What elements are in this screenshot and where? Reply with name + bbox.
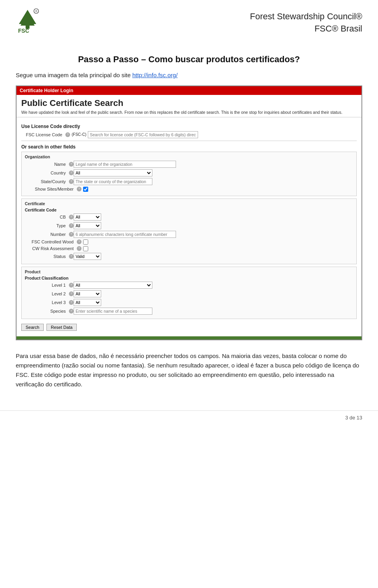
license-tooltip-icon: ? — [65, 132, 70, 137]
level3-label: Level 3 — [25, 300, 68, 305]
main-content: Passo a Passo – Como buscar produtos cer… — [0, 43, 378, 403]
page-info: 3 de 13 — [345, 415, 362, 421]
header-title: Forest Stewardship Council® FSC® Brasil — [250, 11, 362, 35]
name-input[interactable] — [74, 161, 176, 168]
cw-risk-row: CW Risk Assessment ? — [25, 246, 353, 251]
type-tooltip-icon: ? — [69, 223, 74, 228]
use-license-title: Use License Code directly — [21, 124, 357, 129]
page-header: ® FSC Forest Stewardship Council® FSC® B… — [0, 0, 378, 43]
screenshot-box: Certificate Holder Login Public Certific… — [16, 85, 362, 340]
species-row: Species ? — [25, 308, 353, 315]
level1-tooltip-icon: ? — [69, 283, 74, 288]
species-input[interactable] — [74, 308, 152, 315]
pub-cert-desc: We have updated the look and feel of the… — [21, 109, 357, 115]
level3-row: Level 3 ? All — [25, 299, 353, 306]
fsc-c-label: (FSC-C) — [72, 132, 86, 137]
type-row: Type ? All — [25, 222, 353, 229]
license-label: FSC License Code — [21, 132, 65, 137]
fsc-controlled-checkbox[interactable] — [83, 239, 88, 245]
state-label: State/County — [25, 179, 68, 184]
reset-button[interactable]: Reset Data — [46, 324, 77, 331]
svg-text:®: ® — [35, 10, 37, 13]
cb-tooltip-icon: ? — [69, 215, 74, 219]
product-class-label: Product Classification — [25, 276, 353, 280]
license-input[interactable] — [88, 131, 198, 138]
level2-label: Level 2 — [25, 291, 68, 296]
fsc-controlled-row: FSC Controlled Wood ? — [25, 239, 353, 245]
state-input[interactable] — [74, 178, 152, 185]
license-code-row: FSC License Code ? (FSC-C) — [21, 131, 357, 138]
status-select[interactable]: Valid — [74, 253, 101, 260]
number-label: Number — [25, 232, 68, 237]
status-label: Status — [25, 254, 68, 259]
green-bar — [17, 336, 361, 339]
level1-row: Level 1 ? All — [25, 282, 353, 289]
cert-login-bar[interactable]: Certificate Holder Login — [17, 86, 361, 95]
level1-label: Level 1 — [25, 283, 68, 288]
cert-code-label: Certificate Code — [25, 208, 353, 212]
button-row: Search Reset Data — [21, 322, 357, 332]
fsc-controlled-tooltip-icon: ? — [77, 239, 82, 244]
intro-text: Segue uma imagem da tela principal do si… — [16, 72, 362, 78]
body-paragraph-1: Para usar essa base de dados, não é nece… — [16, 351, 362, 389]
pub-cert-title: Public Certificate Search — [21, 98, 357, 108]
state-row: State/County ? — [25, 178, 353, 185]
state-tooltip-icon: ? — [69, 179, 74, 184]
product-label: Product — [25, 269, 353, 274]
svg-text:FSC: FSC — [18, 28, 29, 34]
level2-select[interactable]: All — [74, 290, 101, 297]
species-tooltip-icon: ? — [69, 309, 74, 313]
country-label: Country — [25, 171, 68, 175]
level2-row: Level 2 ? All — [25, 290, 353, 297]
level1-select[interactable]: All — [74, 282, 152, 289]
show-sites-tooltip-icon: ? — [77, 187, 82, 191]
status-row: Status ? Valid — [25, 253, 353, 260]
type-label: Type — [25, 223, 68, 228]
cw-risk-tooltip-icon: ? — [77, 246, 82, 251]
species-label: Species — [25, 309, 68, 313]
divider1 — [21, 141, 357, 141]
number-row: Number ? — [25, 231, 353, 238]
name-tooltip-icon: ? — [69, 162, 74, 167]
org-label: Organization — [25, 154, 353, 159]
country-tooltip-icon: ? — [69, 171, 74, 175]
pub-cert-header: Public Certificate Search We have update… — [17, 95, 361, 117]
level3-select[interactable]: All — [74, 299, 101, 306]
intro-link[interactable]: http://info.fsc.org/ — [132, 72, 178, 78]
cb-label: CB — [25, 215, 68, 219]
cb-select[interactable]: All — [74, 213, 101, 221]
cert-label: Certificate — [25, 201, 353, 206]
cb-row: CB ? All — [25, 213, 353, 221]
page-title: Passo a Passo – Como buscar produtos cer… — [16, 54, 362, 65]
number-input[interactable] — [74, 231, 176, 238]
product-subsection: Product Product Classification Level 1 ?… — [21, 267, 357, 319]
org-subsection: Organization Name ? Country ? All — [21, 152, 357, 196]
or-search-title: Or search in other fields — [21, 144, 357, 150]
show-sites-label: Show Sites/Member — [25, 187, 76, 191]
cw-risk-label: CW Risk Assessment — [25, 246, 76, 251]
fsc-controlled-label: FSC Controlled Wood — [25, 239, 76, 244]
show-sites-row: Show Sites/Member ? — [25, 187, 353, 192]
name-label: Name — [25, 162, 68, 167]
cw-risk-checkbox[interactable] — [83, 246, 88, 251]
logo-area: ® FSC — [12, 7, 43, 39]
fsc-logo: ® FSC — [12, 7, 43, 39]
level2-tooltip-icon: ? — [69, 291, 74, 296]
search-button[interactable]: Search — [21, 324, 44, 331]
intro-text-before: Segue uma imagem da tela principal do si… — [16, 72, 132, 78]
type-select[interactable]: All — [74, 222, 101, 229]
name-row: Name ? — [25, 161, 353, 168]
number-tooltip-icon: ? — [69, 232, 74, 237]
country-select[interactable]: All — [74, 169, 152, 176]
page-footer: 3 de 13 — [0, 410, 378, 428]
country-row: Country ? All — [25, 169, 353, 176]
cert-subsection: Certificate Certificate Code CB ? All Ty… — [21, 198, 357, 264]
form-area: Use License Code directly FSC License Co… — [17, 117, 361, 336]
status-tooltip-icon: ? — [69, 254, 74, 259]
show-sites-checkbox[interactable] — [83, 187, 88, 192]
level3-tooltip-icon: ? — [69, 300, 74, 305]
